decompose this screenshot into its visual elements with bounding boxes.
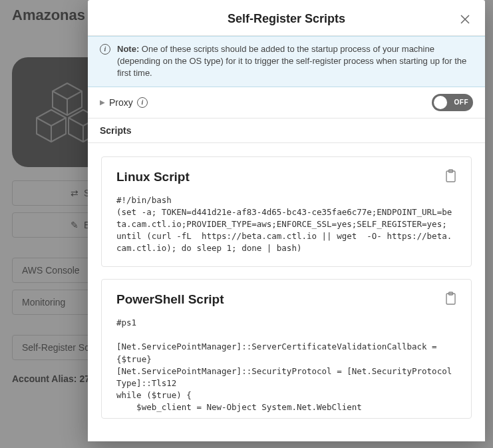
close-button[interactable] [458, 13, 472, 26]
self-register-modal: Self-Register Scripts i Note: One of the… [88, 0, 485, 441]
clipboard-icon [445, 169, 456, 182]
powershell-code[interactable]: #ps1 [Net.ServicePointManager]::ServerCe… [116, 317, 456, 419]
toggle-knob [434, 96, 447, 109]
powershell-card-head: PowerShell Script [116, 292, 456, 308]
linux-script-card: Linux Script #!/bin/bash (set -a; TOKEN=… [101, 156, 472, 268]
info-icon[interactable]: i [137, 97, 148, 108]
powershell-script-card: PowerShell Script #ps1 [Net.ServicePoint… [101, 279, 472, 419]
modal-header: Self-Register Scripts [88, 0, 485, 36]
chevron-right-icon: ▶ [100, 99, 105, 106]
note-content: Note: One of these scripts should be add… [117, 43, 473, 80]
proxy-toggle[interactable]: OFF [432, 94, 473, 111]
info-icon: i [100, 44, 110, 55]
linux-copy-button[interactable] [445, 169, 456, 185]
powershell-copy-button[interactable] [445, 292, 456, 308]
scripts-section-label: Scripts [88, 118, 485, 143]
toggle-label: OFF [454, 99, 469, 106]
note-bar: i Note: One of these scripts should be a… [88, 36, 485, 87]
note-text: One of these scripts should be added to … [117, 44, 466, 78]
proxy-label: Proxy [109, 97, 133, 108]
note-label: Note: [117, 44, 139, 54]
proxy-row: ▶ Proxy i OFF [88, 87, 485, 118]
powershell-script-title: PowerShell Script [116, 292, 224, 307]
close-icon [460, 14, 470, 25]
scripts-body: Linux Script #!/bin/bash (set -a; TOKEN=… [88, 143, 485, 441]
linux-card-head: Linux Script [116, 169, 456, 185]
linux-script-title: Linux Script [116, 170, 190, 184]
linux-code[interactable]: #!/bin/bash (set -a; TOKEN=d441d21e-af83… [116, 194, 456, 255]
clipboard-icon [445, 292, 456, 305]
modal-title: Self-Register Scripts [114, 12, 458, 26]
proxy-expand[interactable]: ▶ Proxy i [100, 97, 148, 108]
